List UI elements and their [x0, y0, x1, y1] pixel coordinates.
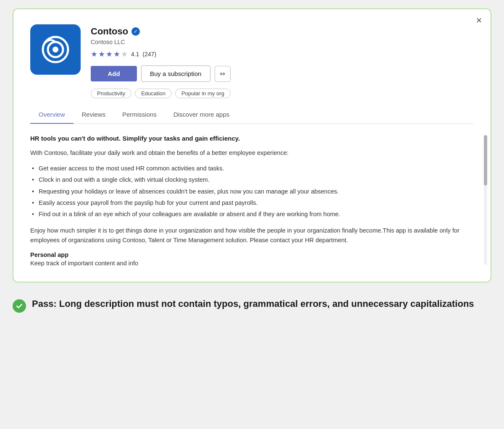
pass-result-section: Pass: Long description must not contain …	[13, 294, 491, 313]
action-row: Add Buy a subscription ⇔	[91, 65, 474, 82]
list-item: Get easier access to the most used HR co…	[32, 164, 465, 173]
pass-icon	[13, 299, 26, 313]
tab-overview[interactable]: Overview	[30, 106, 74, 124]
body-text: Enjoy how much simpler it is to get thin…	[30, 226, 465, 245]
list-item: Clock in and out with a single click, wi…	[32, 175, 465, 185]
personal-app-desc: Keep track of important content and info	[30, 260, 465, 267]
rating-row: ★ ★ ★ ★ ★ 4.1 (247)	[91, 50, 474, 59]
app-detail-card: ✕ Contoso ✓ Contoso LLC ★ ★ ★ ★	[13, 8, 491, 283]
content-headline: HR tools you can't do without. Simplify …	[30, 134, 465, 144]
link-button[interactable]: ⇔	[215, 66, 231, 82]
content-intro: With Contoso, facilitate your daily work…	[30, 148, 465, 158]
tab-discover[interactable]: Discover more apps	[165, 106, 238, 124]
stars: ★ ★ ★ ★ ★	[91, 50, 128, 59]
verified-icon: ✓	[131, 27, 140, 36]
app-name: Contoso	[91, 26, 128, 37]
personal-app-title: Personal app	[30, 251, 465, 258]
star-3: ★	[106, 50, 113, 59]
tag-education[interactable]: Education	[135, 89, 172, 98]
rating-value: 4.1	[131, 51, 139, 58]
list-item: Easily access your payroll from the pays…	[32, 198, 465, 208]
tags-row: Productivity Education Popular in my org	[91, 89, 474, 98]
tab-permissions[interactable]: Permissions	[114, 106, 165, 124]
content-area: HR tools you can't do without. Simplify …	[30, 134, 474, 267]
rating-count: (247)	[142, 51, 156, 58]
svg-point-2	[52, 47, 58, 52]
star-4: ★	[113, 50, 120, 59]
app-title-row: Contoso ✓	[91, 26, 474, 37]
content-list: Get easier access to the most used HR co…	[30, 164, 465, 219]
tab-reviews[interactable]: Reviews	[74, 106, 114, 124]
subscribe-button[interactable]: Buy a subscription	[141, 65, 210, 82]
scroll-track[interactable]	[484, 135, 487, 265]
add-button[interactable]: Add	[91, 66, 137, 81]
app-info: Contoso ✓ Contoso LLC ★ ★ ★ ★ ★ 4.1 (247…	[91, 24, 474, 98]
tabs-bar: Overview Reviews Permissions Discover mo…	[30, 106, 474, 124]
list-item: Find out in a blink of an eye which of y…	[32, 209, 465, 219]
pass-label: Pass: Long description must not contain …	[32, 298, 474, 311]
star-2: ★	[98, 50, 105, 59]
app-logo	[30, 24, 81, 75]
star-1: ★	[91, 50, 97, 59]
list-item: Requesting your holidays or leave of abs…	[32, 187, 465, 196]
tag-popular[interactable]: Popular in my org	[175, 89, 231, 98]
app-publisher: Contoso LLC	[91, 39, 474, 45]
close-button[interactable]: ✕	[476, 17, 482, 24]
app-header: Contoso ✓ Contoso LLC ★ ★ ★ ★ ★ 4.1 (247…	[30, 24, 474, 98]
star-5: ★	[121, 50, 128, 59]
tag-productivity[interactable]: Productivity	[91, 89, 131, 98]
scroll-thumb[interactable]	[484, 135, 487, 186]
